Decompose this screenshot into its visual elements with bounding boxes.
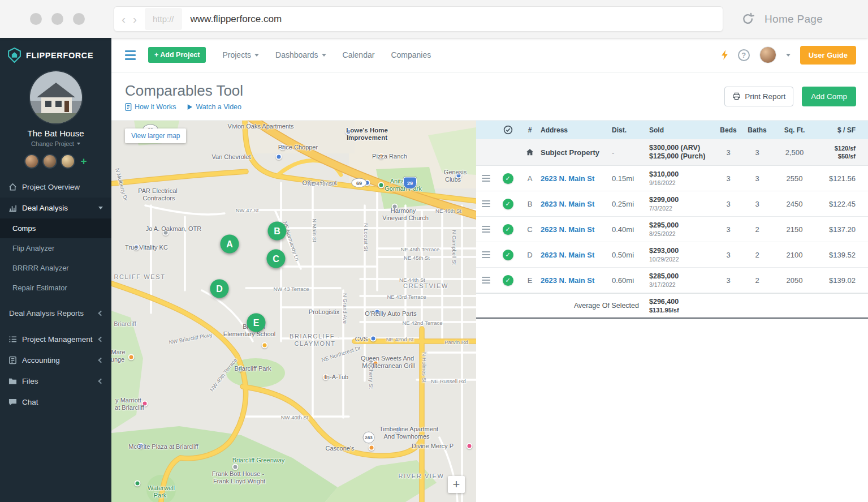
map-poi-icon <box>276 154 282 160</box>
help-icon[interactable]: ? <box>738 49 750 61</box>
drag-handle-icon[interactable] <box>482 226 490 233</box>
sidebar-item-label: Chat <box>22 398 38 406</box>
comp-dist: 0.25mi <box>607 200 642 208</box>
sidebar: FLIPPERFORCE The Bat House <box>0 38 111 502</box>
sidebar-item-label: Project Management <box>22 335 93 344</box>
map-poi-icon <box>232 464 239 470</box>
map-poi-icon <box>369 445 375 451</box>
sidebar-subitem[interactable]: Flip Analyzer <box>0 238 111 258</box>
print-report-button[interactable]: Print Report <box>724 87 793 106</box>
sidebar-item-accounting[interactable]: Accounting <box>0 350 111 371</box>
url-bar[interactable]: ‹ › http:// www.flipperforce.com <box>114 6 723 32</box>
subject-dist: - <box>607 148 642 157</box>
add-project-button[interactable]: + Add Project <box>148 47 206 63</box>
drag-handle-icon[interactable] <box>482 175 490 182</box>
comp-selected-check-icon[interactable]: ✓ <box>503 275 513 286</box>
sidebar-subitem[interactable]: Repair Estimator <box>0 278 111 298</box>
watch-video-link[interactable]: Watch a Video <box>187 103 241 111</box>
brand[interactable]: FLIPPERFORCE <box>0 38 111 68</box>
drag-handle-icon[interactable] <box>482 277 490 284</box>
map-poi-icon <box>237 366 244 372</box>
home-page-link[interactable]: Home Page <box>765 13 823 25</box>
sidebar-item-chat[interactable]: Chat <box>0 392 111 413</box>
user-avatar[interactable] <box>759 46 776 63</box>
window-dot[interactable] <box>30 13 42 25</box>
avatar[interactable] <box>42 154 57 169</box>
home-icon <box>8 183 17 191</box>
menu-hamburger-icon[interactable] <box>125 50 136 60</box>
nav-item-dashboards[interactable]: Dashboards <box>275 50 326 59</box>
nav-item-projects[interactable]: Projects <box>222 50 259 59</box>
view-larger-map-button[interactable]: View larger map <box>125 128 186 143</box>
subject-beds: 3 <box>715 148 742 157</box>
lightning-icon[interactable] <box>721 50 728 60</box>
nav-item-label: Companies <box>391 50 431 59</box>
comp-selected-check-icon[interactable]: ✓ <box>503 250 513 260</box>
add-member-icon[interactable]: + <box>80 155 87 168</box>
comp-dist: 0.15mi <box>607 174 642 183</box>
comp-address-link[interactable]: 2623 N. Main St <box>541 276 594 285</box>
user-guide-button[interactable]: User Guide <box>800 46 856 65</box>
browser-right: Home Page <box>741 12 823 25</box>
comp-letter: C <box>520 225 539 234</box>
comp-address-link[interactable]: 2623 N. Main St <box>541 200 594 208</box>
comp-beds: 3 <box>715 276 742 285</box>
comp-beds: 3 <box>715 200 742 208</box>
sidebar-subitem[interactable]: BRRRR Analyzer <box>0 258 111 278</box>
forward-icon[interactable]: › <box>133 13 137 25</box>
average-label: Average Of Selected <box>476 302 642 310</box>
comp-address-link[interactable]: 2623 N. Main St <box>541 225 594 234</box>
sidebar-item-project-management[interactable]: Project Management <box>0 329 111 350</box>
chevron-left-icon <box>98 337 104 342</box>
comp-sqft: 2550 <box>772 174 817 183</box>
subject-purchase: $125,000 (Purch) <box>649 152 715 161</box>
sidebar-item-project-overview[interactable]: Project Overview <box>0 177 111 198</box>
sidebar-item-deal-analysis-reports[interactable]: Deal Analysis Reports <box>0 303 111 324</box>
window-dot[interactable] <box>73 13 85 25</box>
drag-handle-icon[interactable] <box>482 251 490 258</box>
how-it-works-link[interactable]: How it Works <box>125 103 176 111</box>
sidebar-subitem[interactable]: Comps <box>0 218 111 238</box>
nav-item-companies[interactable]: Companies <box>391 50 431 59</box>
map-poi-icon <box>133 244 140 251</box>
change-project[interactable]: Change Project <box>0 140 111 147</box>
comp-map-marker[interactable]: B <box>268 222 287 241</box>
add-comp-button[interactable]: Add Comp <box>802 87 856 106</box>
comp-map-marker[interactable]: D <box>210 280 229 298</box>
map-poi-icon <box>163 230 169 236</box>
comp-map-marker[interactable]: A <box>221 235 239 254</box>
project-photo[interactable] <box>30 71 82 123</box>
sidebar-item-label: Project Overview <box>22 183 80 191</box>
comp-row: ✓ A 2623 N. Main St 0.15mi $310,000 9/16… <box>476 166 868 191</box>
subject-sqft: 2,500 <box>772 148 817 157</box>
sidebar-item-files[interactable]: Files <box>0 371 111 392</box>
comp-selected-check-icon[interactable]: ✓ <box>503 173 513 184</box>
sidebar-item-deal-analysis[interactable]: Deal Analysis <box>0 198 111 218</box>
comp-map-marker[interactable]: E <box>247 314 266 332</box>
comp-letter: B <box>520 200 539 208</box>
comp-sold-date: 10/29/2022 <box>649 256 715 263</box>
comp-selected-check-icon[interactable]: ✓ <box>503 224 513 235</box>
avatar[interactable] <box>24 154 39 169</box>
url-text[interactable]: www.flipperforce.com <box>191 14 282 25</box>
nav-item-calendar[interactable]: Calendar <box>343 50 375 59</box>
comp-map-marker[interactable]: C <box>267 250 286 268</box>
comp-address-link[interactable]: 2623 N. Main St <box>541 174 594 183</box>
check-circle-icon <box>503 125 513 135</box>
reload-icon[interactable] <box>741 12 754 25</box>
brand-name: FLIPPERFORCE <box>26 51 93 60</box>
nav-item-label: Calendar <box>343 50 375 59</box>
chevron-down-icon[interactable] <box>786 54 791 59</box>
comp-selected-check-icon[interactable]: ✓ <box>503 199 513 209</box>
map-poi-icon <box>128 354 135 361</box>
map-poi-icon <box>370 336 377 342</box>
zoom-in-button[interactable]: + <box>448 476 465 493</box>
drag-handle-icon[interactable] <box>482 200 490 207</box>
map-poi-icon <box>456 173 462 179</box>
window-dot[interactable] <box>51 13 63 25</box>
comp-sold-date: 8/25/2022 <box>649 230 715 238</box>
comp-address-link[interactable]: 2623 N. Main St <box>541 251 594 259</box>
comps-map[interactable]: Vivion Oaks ApartmentsLowe's HomeImprove… <box>111 121 476 502</box>
back-icon[interactable]: ‹ <box>122 13 126 25</box>
avatar[interactable] <box>61 154 75 169</box>
